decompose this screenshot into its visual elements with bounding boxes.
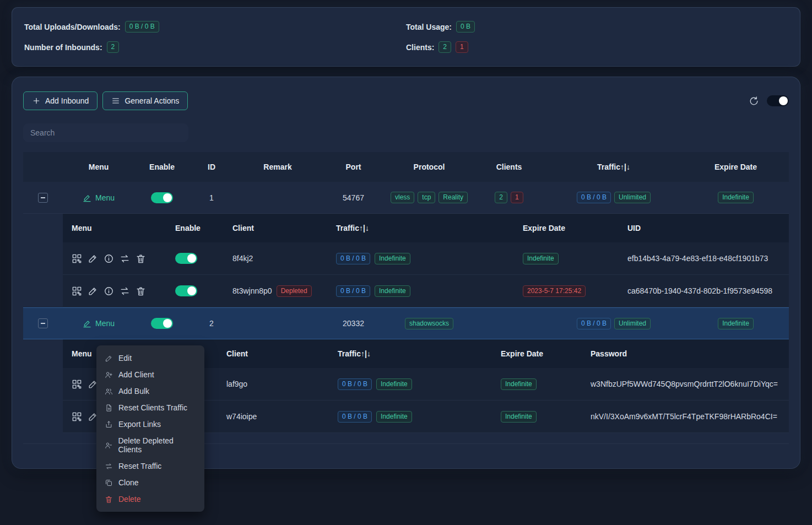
inbound-2-menu-button[interactable]: Menu — [83, 319, 115, 328]
header-clients: Clients — [473, 163, 545, 171]
toggle-knob — [163, 193, 172, 202]
edit-pencil-icon — [83, 193, 91, 202]
stats-card: Total Uploads/Downloads: 0 B / 0 B Total… — [12, 8, 800, 66]
menu-item-clone[interactable]: Clone — [96, 474, 204, 491]
inbound-1-enable-toggle[interactable] — [151, 192, 173, 203]
traffic-limit-badge: Indefinite — [375, 285, 410, 297]
sub-header-password: Password — [582, 349, 789, 358]
menu-item-add-bulk[interactable]: Add Bulk — [96, 383, 204, 399]
traffic-limit-badge: Unlimited — [614, 192, 651, 203]
sub-header-expire-date: Expire Date — [492, 349, 582, 358]
menu-item-reset-traffic[interactable]: Reset Traffic — [96, 458, 204, 474]
menu-item-reset-clients-traffic[interactable]: Reset Clients Traffic — [96, 399, 204, 416]
stat-clients-active-badge: 2 — [439, 41, 451, 53]
stat-usage-value-badge: 0 B — [456, 21, 475, 33]
header-remark: Remark — [234, 163, 322, 171]
qrcode-icon — [72, 286, 82, 296]
info-icon — [104, 253, 114, 264]
inbound-1-menu-button[interactable]: Menu — [83, 193, 115, 202]
reset-traffic-icon — [105, 462, 113, 470]
expire-badge: 2023-5-7 17:25:42 — [523, 285, 586, 297]
expire-badge: Indefinite — [523, 253, 559, 264]
traffic-limit-badge: Indefinite — [376, 378, 412, 390]
client-reset-traffic-button[interactable] — [120, 253, 130, 264]
client-password: nkV/I/3XoAm9v6xMT/T5lcrF4TpeTKF98rHARbRo… — [582, 412, 789, 421]
clients-depleted-badge: 1 — [511, 192, 523, 203]
inbounds-table-header: Menu Enable ID Remark Port Protocol Clie… — [23, 152, 789, 182]
qrcode-icon — [72, 379, 82, 389]
depleted-badge: Depleted — [277, 285, 312, 297]
client-enable-toggle[interactable] — [175, 285, 197, 296]
add-bulk-icon — [105, 387, 113, 396]
menu-item-add-client[interactable]: Add Client — [96, 366, 204, 383]
client-name: laf9go — [218, 380, 329, 388]
client-password: w3NfbzUPf5WWd745Q8pvsmQrdrttT2lO6knuI7Di… — [582, 380, 789, 388]
stat-uploads-label: Total Uploads/Downloads: — [24, 23, 121, 31]
header-protocol: Protocol — [385, 163, 473, 171]
client-enable-toggle[interactable] — [175, 253, 197, 264]
menu-item-export-links[interactable]: Export Links — [96, 416, 204, 432]
stat-total-usage: Total Usage: 0 B — [406, 21, 788, 33]
refresh-button[interactable] — [749, 96, 759, 106]
toggle-knob — [163, 319, 172, 328]
collapse-inbound-2-button[interactable] — [38, 318, 48, 328]
inbound-2-port: 20332 — [322, 319, 385, 328]
client-qrcode-button[interactable] — [72, 412, 82, 422]
client-delete-button[interactable] — [136, 286, 146, 296]
inbound-2-enable-toggle[interactable] — [151, 318, 173, 329]
expire-badge: Indefinite — [718, 192, 754, 203]
inbound-1-id: 1 — [190, 193, 234, 202]
protocol-badge: vless — [391, 192, 414, 203]
client-reset-traffic-button[interactable] — [120, 286, 130, 296]
client-qrcode-button[interactable] — [72, 379, 82, 389]
inbound-1-port: 54767 — [322, 193, 385, 202]
clients-active-badge: 2 — [495, 192, 507, 203]
sub-header-enable: Enable — [166, 224, 224, 232]
client-info-button[interactable] — [104, 286, 114, 296]
collapse-inbound-1-button[interactable] — [38, 193, 48, 203]
sub-header-uid: UID — [619, 224, 789, 232]
client-uid: efb14b43-4a79-4e83-ef18-e48cf1901b73 — [619, 254, 789, 263]
client-info-button[interactable] — [104, 253, 114, 264]
traffic-badge: 0 B / 0 B — [338, 378, 372, 390]
expire-badge: Indefinite — [718, 318, 754, 329]
inbound-2-id: 2 — [190, 319, 234, 328]
dark-mode-toggle[interactable] — [767, 95, 789, 106]
menu-item-edit[interactable]: Edit — [96, 350, 204, 366]
toolbar: Add Inbound General Actions — [23, 91, 789, 110]
sub-header-client: Client — [224, 224, 327, 232]
toggle-knob — [779, 96, 788, 105]
search-input[interactable] — [23, 123, 188, 142]
general-actions-button[interactable]: General Actions — [102, 91, 188, 110]
stat-clients-label: Clients: — [406, 43, 434, 52]
client-delete-button[interactable] — [136, 253, 146, 264]
edit-icon — [88, 253, 98, 264]
client-qrcode-button[interactable] — [72, 286, 82, 296]
client-qrcode-button[interactable] — [72, 253, 82, 264]
menu-item-delete-depleted-clients[interactable]: Delete Depleted Clients — [96, 432, 204, 458]
inbound-row-2: Menu 2 20332 shadowsocks 0 B / 0 B Unlim… — [23, 307, 789, 339]
sub-header-traffic[interactable]: Traffic↑|↓ — [329, 349, 492, 358]
client-row-8f4kj2: 8f4kj2 0 B / 0 B Indefinite Indefinite e… — [63, 242, 789, 275]
traffic-badge: 0 B / 0 B — [577, 192, 611, 203]
sub-header-traffic[interactable]: Traffic↑|↓ — [327, 224, 514, 232]
traffic-limit-badge: Indefinite — [376, 411, 412, 423]
header-traffic[interactable]: Traffic↑|↓ — [545, 163, 683, 171]
export-links-icon — [105, 420, 113, 429]
header-expire-date: Expire Date — [683, 163, 789, 171]
client-edit-button[interactable] — [88, 253, 98, 264]
client-actions — [63, 286, 166, 296]
search-row — [23, 123, 789, 142]
transport-badge: tcp — [418, 192, 435, 203]
add-inbound-button[interactable]: Add Inbound — [23, 91, 98, 110]
traffic-limit-badge: Unlimited — [614, 318, 651, 329]
stat-clients-depleted-badge: 1 — [456, 41, 468, 53]
menu-item-delete[interactable]: Delete — [96, 491, 204, 507]
stat-uploads-value-badge: 0 B / 0 B — [125, 21, 159, 33]
stat-clients: Clients: 2 1 — [406, 41, 788, 53]
edit-icon — [105, 354, 113, 362]
add-client-icon — [105, 371, 113, 379]
client-edit-button[interactable] — [88, 286, 98, 296]
clients-table-1-header: Menu Enable Client Traffic↑|↓ Expire Dat… — [63, 214, 789, 242]
refresh-icon — [749, 96, 759, 106]
